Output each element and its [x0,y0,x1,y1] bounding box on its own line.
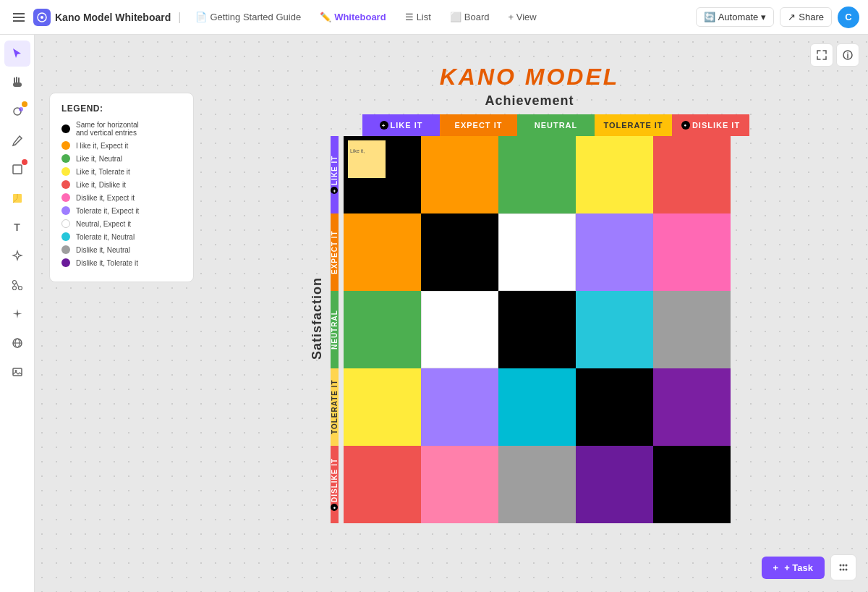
legend-label-7: Neutral, Expect it [76,220,131,228]
dots-menu-button[interactable] [830,554,856,580]
board-icon: ⬜ [450,12,461,22]
cell-4-2 [498,446,576,523]
nav-left: Kano Model Whiteboard | 📄 Getting Starte… [9,7,690,28]
legend-label-1: I like it, Expect it [76,142,128,150]
svg-point-10 [19,107,23,111]
legend-label-8: Tolerate it, Neutral [76,233,135,241]
svg-point-30 [846,564,848,567]
legend-label-9: Dislike it, Neutral [76,246,130,254]
info-button[interactable] [836,43,859,67]
sidebar-item-image[interactable] [4,359,30,385]
svg-rect-8 [13,83,22,87]
cell-1-3 [576,213,653,291]
list-icon: ☰ [405,12,414,22]
canvas-area[interactable]: LEGEND: Same for horizontaland vertical … [35,35,868,592]
col-like-label: LIKE IT [391,121,423,130]
legend-item-9: Dislike it, Neutral [61,245,182,254]
achievement-label: Achievement [310,93,749,109]
svg-point-14 [18,287,22,290]
share-button[interactable]: ↗ Share [780,7,832,27]
svg-point-27 [843,564,845,567]
doc-icon: 📄 [195,12,207,22]
fit-view-button[interactable] [810,43,833,67]
sidebar-item-shapes[interactable] [4,98,30,124]
nav-separator: | [178,11,181,24]
whiteboard-icon: ✏️ [320,12,331,22]
legend-item-5: Dislike it, Expect it [61,193,182,202]
legend-label-6: Tolerate it, Expect it [76,207,139,215]
plus-icon: + [773,562,779,573]
sidebar-item-hand[interactable] [4,69,30,96]
sidebar-item-pen[interactable] [4,127,30,153]
add-task-button[interactable]: + + Task [762,557,825,579]
grid-row-dislike: ● DISLIKE IT [325,446,749,523]
canvas-controls [810,43,859,67]
legend-item-2: Like it, Neutral [61,154,182,163]
text-icon: T [14,221,20,233]
svg-point-13 [12,281,16,284]
cell-0-3 [576,136,653,213]
svg-rect-6 [16,77,17,83]
automate-icon: 🔄 [704,12,715,22]
sidebar-item-globe[interactable] [4,330,30,356]
col-header-dislike: ● DISLIKE IT [672,114,749,136]
cell-2-2 [498,291,576,368]
sidebar-item-magic[interactable] [4,243,30,269]
sidebar-item-sparkle[interactable] [4,301,30,327]
cell-0-4 [653,136,731,213]
automate-button[interactable]: 🔄 Automate ▾ [696,7,775,27]
legend-dot-2 [61,154,70,163]
header-spacer [344,114,362,136]
row-dislike-inner: ● DISLIKE IT [331,446,339,523]
sidebar-item-square[interactable] [4,156,30,182]
cell-3-2 [498,368,576,446]
svg-point-15 [12,287,16,290]
row-header-tolerate: TOLERATE IT [325,368,344,446]
tab-board[interactable]: ⬜ Board [443,7,497,27]
cell-3-4 [653,368,731,446]
cell-1-0 [344,213,421,291]
sidebar-item-text[interactable]: T [4,214,30,240]
legend-label-4: Like it, Dislike it [76,181,126,189]
sidebar-item-sticky[interactable] [4,185,30,211]
legend-dot-10 [61,258,70,267]
legend-item-0: Same for horizontaland vertical entries [61,121,182,137]
legend-label-10: Dislike it, Tolerate it [76,259,138,267]
sticky-note: Like it, [348,140,386,178]
avatar[interactable]: C [838,7,859,28]
grid-row-tolerate: TOLERATE IT [325,368,749,446]
legend-item-7: Neutral, Expect it [61,219,182,228]
top-navigation: Kano Model Whiteboard | 📄 Getting Starte… [0,0,868,35]
hamburger-button[interactable] [9,7,29,28]
workspace-title: Kano Model Whiteboard [55,12,171,23]
cell-4-1 [421,446,498,523]
col-header-tolerate: TOLERATE IT [595,114,672,136]
legend-item-3: Like it, Tolerate it [61,167,182,176]
grid-row-neutral: NEUTRAL [325,291,749,368]
tab-whiteboard[interactable]: ✏️ Whiteboard [312,7,393,27]
legend-dot-1 [61,141,70,150]
legend-dot-4 [61,180,70,189]
legend-dot-0 [61,124,70,133]
legend-title: LEGEND: [61,103,182,114]
tab-list[interactable]: ☰ List [398,7,438,27]
cell-2-3 [576,291,653,368]
cell-0-0: Like it, [344,136,421,213]
legend-label-3: Like it, Tolerate it [76,168,130,176]
cell-1-2 [498,213,576,291]
tab-add-view[interactable]: + View [501,7,544,27]
col-header-like: + LIKE IT [362,114,440,136]
legend-label-2: Like it, Neutral [76,155,122,163]
sidebar-item-cursor[interactable] [4,41,30,67]
legend-dot-3 [61,167,70,176]
svg-rect-5 [14,77,15,83]
tab-getting-started[interactable]: 📄 Getting Started Guide [188,7,308,27]
cell-3-3 [576,368,653,446]
cell-2-0 [344,291,421,368]
svg-point-29 [843,569,845,571]
workspace-icon [33,9,51,26]
svg-point-31 [846,569,848,571]
satisfaction-label: Satisfaction [310,277,325,360]
sidebar-item-connect[interactable] [4,272,30,298]
col-dislike-label: DISLIKE IT [692,121,740,130]
